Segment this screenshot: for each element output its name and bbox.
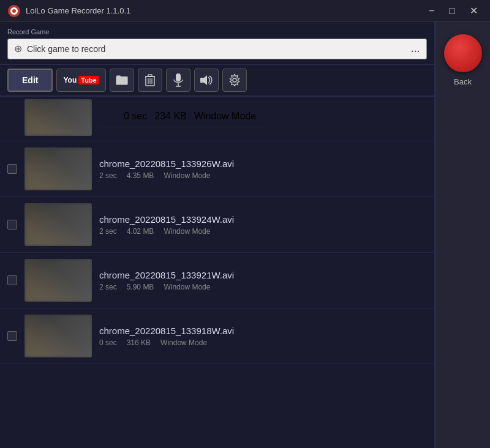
folder-button[interactable] <box>110 69 134 92</box>
item-meta: 2 sec 4.35 MB Window Mode <box>99 171 427 180</box>
list-item[interactable]: chrome_20220815_133926W.avi 2 sec 4.35 M… <box>0 141 434 197</box>
edit-button[interactable]: Edit <box>7 69 53 92</box>
record-input-row: ⊕ Click game to record ... <box>7 39 427 59</box>
item-duration: 2 sec <box>99 171 117 180</box>
main-wrapper: Record Game ⊕ Click game to record ... E… <box>0 22 490 448</box>
item-meta: 0 sec 234 KB Window Mode <box>99 108 263 127</box>
minimize-button[interactable]: − <box>424 5 439 17</box>
youtube-button[interactable]: You Tube <box>56 69 105 92</box>
item-filename: chrome_20220815_133926W.avi <box>99 159 427 169</box>
item-thumbnail <box>24 259 92 302</box>
item-thumbnail <box>24 203 92 246</box>
item-meta: 0 sec 316 KB Window Mode <box>99 338 427 347</box>
item-filename: chrome_20220815_133921W.avi <box>99 270 427 280</box>
list-item[interactable]: chrome_20220815_133924W.avi 2 sec 4.02 M… <box>0 197 434 253</box>
record-input-text: Click game to record <box>27 44 406 54</box>
item-duration: 0 sec <box>124 111 147 122</box>
item-info: chrome_20220815_133918W.avi 0 sec 316 KB… <box>99 326 427 347</box>
item-checkbox[interactable] <box>7 220 17 230</box>
item-thumbnail <box>24 147 92 190</box>
left-panel: Record Game ⊕ Click game to record ... E… <box>0 22 435 448</box>
item-info: chrome_20220815_133926W.avi 2 sec 4.35 M… <box>99 159 427 180</box>
back-label: Back <box>454 77 472 86</box>
item-duration: 2 sec <box>99 283 117 291</box>
item-size: 316 KB <box>127 338 151 347</box>
delete-button[interactable] <box>138 69 162 92</box>
microphone-icon <box>173 73 183 87</box>
toolbar: Edit You Tube <box>0 65 434 97</box>
speaker-icon <box>200 75 213 86</box>
record-input[interactable]: ⊕ Click game to record ... <box>7 39 427 59</box>
maximize-button[interactable]: □ <box>444 5 460 17</box>
crosshair-icon: ⊕ <box>14 44 22 54</box>
youtube-tube-text: Tube <box>78 76 99 84</box>
right-panel: Back <box>435 22 490 448</box>
youtube-you-text: You <box>63 76 77 84</box>
record-section: Record Game ⊕ Click game to record ... <box>0 22 434 65</box>
title-bar-controls: − □ ✕ <box>424 5 483 17</box>
item-size: 4.02 MB <box>127 227 154 236</box>
item-mode: Window Mode <box>194 111 256 122</box>
title-bar: LoiLo Game Recorder 1.1.0.1 − □ ✕ <box>0 0 490 22</box>
folder-icon <box>116 75 128 85</box>
item-mode: Window Mode <box>164 227 210 236</box>
item-meta: 2 sec 5.90 MB Window Mode <box>99 283 427 291</box>
recordings-list: 0 sec 234 KB Window Mode chrome_20220815… <box>0 97 434 448</box>
item-mode: Window Mode <box>164 283 210 291</box>
item-size: 234 KB <box>154 111 186 122</box>
record-btn-container: Back <box>444 34 482 86</box>
item-checkbox[interactable] <box>7 275 17 285</box>
svg-point-2 <box>12 9 16 13</box>
item-info: chrome_20220815_133924W.avi 2 sec 4.02 M… <box>99 214 427 236</box>
item-filename: chrome_20220815_133918W.avi <box>99 326 427 336</box>
record-input-dots: ... <box>411 44 420 54</box>
gear-icon <box>228 74 241 86</box>
record-label: Record Game <box>7 28 427 35</box>
svg-rect-5 <box>148 75 152 77</box>
record-button[interactable] <box>444 34 482 72</box>
list-item[interactable]: chrome_20220815_133918W.avi 0 sec 316 KB… <box>0 308 434 364</box>
item-mode: Window Mode <box>160 338 207 347</box>
item-mode: Window Mode <box>164 171 210 180</box>
item-meta: 2 sec 4.02 MB Window Mode <box>99 227 427 236</box>
speaker-button[interactable] <box>194 69 219 92</box>
item-duration: 0 sec <box>99 338 117 347</box>
item-filename: chrome_20220815_133924W.avi <box>99 214 427 225</box>
list-item[interactable]: 0 sec 234 KB Window Mode <box>0 97 434 141</box>
item-checkbox[interactable] <box>7 331 17 341</box>
item-info: 0 sec 234 KB Window Mode <box>99 108 427 127</box>
item-thumbnail <box>24 315 92 357</box>
item-size: 5.90 MB <box>127 283 154 291</box>
item-info: chrome_20220815_133921W.avi 2 sec 5.90 M… <box>99 270 427 291</box>
microphone-button[interactable] <box>166 69 190 92</box>
item-checkbox[interactable] <box>7 164 17 174</box>
list-item[interactable]: chrome_20220815_133921W.avi 2 sec 5.90 M… <box>0 253 434 308</box>
close-button[interactable]: ✕ <box>465 5 483 17</box>
item-duration: 2 sec <box>99 227 117 236</box>
svg-rect-9 <box>176 73 181 81</box>
trash-icon <box>145 74 155 86</box>
settings-button[interactable] <box>222 69 247 92</box>
app-logo <box>7 4 21 18</box>
item-thumbnail <box>24 99 92 136</box>
svg-marker-12 <box>200 75 207 85</box>
title-bar-text: LoiLo Game Recorder 1.1.0.1 <box>26 6 424 15</box>
svg-point-13 <box>233 78 236 82</box>
item-size: 4.35 MB <box>127 171 154 180</box>
